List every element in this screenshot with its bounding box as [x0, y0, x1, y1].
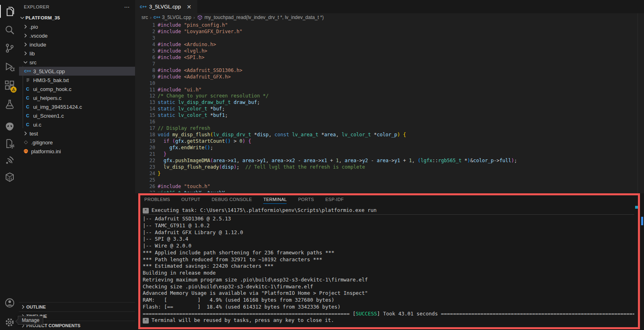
breadcrumb-item[interactable]: 3_5LVGL.cpp — [162, 15, 192, 20]
terminal-scroll-decoration — [635, 206, 638, 209]
line-number: 26 — [143, 183, 155, 190]
file-label: ui.c — [33, 122, 41, 128]
tree-file-ui.c[interactable]: Cui.c — [19, 120, 135, 129]
activitybar-run-and-debug-icon[interactable] — [0, 58, 19, 76]
c-file-icon: C — [24, 121, 31, 128]
activitybar-testing-icon[interactable] — [0, 95, 19, 113]
tab-3_5LVGL.cpp[interactable]: C++ 3_5LVGL.cpp ✕ — [135, 0, 197, 13]
code-line-15: 15static lv_color_t *buf1; — [135, 112, 644, 118]
tree-file-.gitignore[interactable]: .gitignore — [19, 138, 135, 147]
close-tab-icon[interactable]: ✕ — [185, 3, 193, 11]
c-file-icon: C — [24, 112, 31, 119]
line-number: 27 — [143, 190, 155, 192]
code-line-8: 8#include <Adafruit_SSD1306.h> — [135, 67, 644, 74]
tree-folder-.vscode[interactable]: .vscode — [19, 31, 135, 40]
panel-tab-terminal[interactable]: TERMINAL — [263, 197, 287, 204]
code-line-4: 4#include <Arduino.h> — [135, 41, 644, 48]
line-content: /* Change to your screen resolution */ — [158, 93, 269, 99]
panel-tab-debug-console[interactable]: DEBUG CONSOLE — [212, 197, 252, 204]
file-label: .gitignore — [31, 140, 53, 146]
tree-file-ui_img_394551424.c[interactable]: Cui_img_394551424.c — [19, 102, 135, 111]
line-content: } — [158, 170, 160, 177]
tree-file-ui_Screen1.c[interactable]: Cui_Screen1.c — [19, 111, 135, 120]
terminal-output[interactable]: *Executing task: C:\Users\14175\.platfor… — [143, 207, 634, 328]
tree-indent-guide — [23, 66, 23, 128]
code-line-14: 14static lv_color_t *buf; — [135, 106, 644, 112]
tooltip-text: Manage — [22, 317, 39, 323]
panel-tab-bar: PROBLEMSOUTPUTDEBUG CONSOLETERMINALPORTS… — [144, 197, 344, 204]
line-number: 5 — [143, 48, 155, 54]
root-folder-label: PLATFORM_35 — [25, 15, 60, 20]
file-label: test — [30, 131, 38, 137]
code-line-6: 6#include <SPI.h> — [135, 54, 644, 61]
more-actions-icon[interactable]: ⋯ — [124, 4, 130, 10]
panel-tab-ports[interactable]: PORTS — [298, 197, 314, 204]
line-number: 20 — [143, 144, 155, 151]
activity-bar: ⚠ — [0, 0, 19, 330]
tree-file-ui_helpers.c[interactable]: Cui_helpers.c — [19, 93, 135, 102]
cpp-file-icon: C++ — [24, 68, 31, 74]
tree-folder-include[interactable]: include — [19, 40, 135, 49]
terminal-line-4: |-- Adafruit GFX Library @ 1.12.0 — [143, 229, 634, 236]
tree-file-3_5LVGL.cpp[interactable]: C++3_5LVGL.cpp — [19, 67, 135, 76]
line-number: 13 — [143, 99, 155, 106]
code-line-11: 11#include "ui.h" — [135, 87, 644, 93]
activitybar-search-icon[interactable] — [0, 21, 19, 39]
tree-file-HMI3-5_bak.txt[interactable]: HMI3-5_bak.txt — [19, 76, 135, 85]
tree-file-ui_comp_hook.c[interactable]: Cui_comp_hook.c — [19, 85, 135, 93]
vscode-window: ⚠ EXPLORER ⋯ PLATFORM_35.pio.vscodeinclu… — [0, 0, 644, 330]
tree-folder-.pio[interactable]: .pio — [19, 22, 135, 31]
breadcrumb-item[interactable]: src — [141, 15, 148, 20]
line-content: uint16_t touchX, touchY; — [158, 190, 228, 192]
section-label: OUTLINE — [26, 305, 46, 309]
file-label: include — [30, 42, 46, 48]
line-number: 24 — [143, 170, 155, 177]
chevron-right-icon — [22, 23, 29, 30]
panel-scrollbar-thumb[interactable] — [641, 217, 643, 225]
breadcrumb[interactable]: src›C++3_5LVGL.cpp›my_touchpad_read(lv_i… — [135, 13, 644, 21]
file-label: HMI3-5_bak.txt — [33, 77, 69, 83]
chevron-right-icon — [20, 304, 26, 310]
activitybar-platformio-icon[interactable] — [0, 118, 19, 135]
code-line-21: 21 } — [135, 151, 644, 157]
tree-folder-src[interactable]: src — [19, 58, 135, 67]
task-marker-badge: * — [143, 318, 149, 324]
activitybar-dev-container-icon[interactable] — [0, 168, 19, 186]
tree-folder-test[interactable]: test — [19, 129, 135, 138]
line-number: 25 — [143, 177, 155, 183]
code-line-22: 22 gfx.pushImageDMA(area->x1, area->y1, … — [135, 157, 644, 164]
terminal-line-17: *Terminal will be reused by tasks, press… — [143, 317, 634, 324]
breadcrumb-item[interactable]: my_touchpad_read(lv_indev_drv_t *, lv_in… — [205, 15, 324, 20]
panel-tab-esp-idf[interactable]: ESP-IDF — [325, 197, 344, 204]
line-number: 16 — [143, 118, 155, 125]
cpp-file-icon: C++ — [140, 5, 147, 9]
code-line-24: 24} — [135, 170, 644, 177]
code-line-13: 13static lv_disp_draw_buf_t draw_buf; — [135, 99, 644, 106]
line-number: 22 — [143, 157, 155, 164]
terminal-line-6: |-- Wire @ 2.0.0 — [143, 243, 634, 250]
code-line-23: 23 lv_disp_flush_ready(disp); // Tell lv… — [135, 164, 644, 170]
file-label: .pio — [30, 24, 38, 30]
line-content: #include <Adafruit_GFX.h> — [158, 74, 231, 80]
code-line-19: 19 if (gfx.getStartCount() > 0) { — [135, 138, 644, 144]
activitybar-project-tasks-icon[interactable] — [0, 135, 19, 152]
panel-tab-output[interactable]: OUTPUT — [182, 197, 201, 204]
code-line-12: 12/* Change to your screen resolution */ — [135, 93, 644, 99]
line-content: lv_disp_flush_ready(disp); // Tell lvgl … — [158, 164, 365, 170]
tree-folder-lib[interactable]: lib — [19, 49, 135, 58]
tree-root-platform_35[interactable]: PLATFORM_35 — [19, 13, 135, 22]
activitybar-source-control-icon[interactable] — [0, 39, 19, 57]
activitybar-accounts-icon[interactable] — [0, 294, 19, 312]
panel-tab-problems[interactable]: PROBLEMS — [144, 197, 170, 204]
code-line-1: 1#include "pins_config.h" — [135, 22, 644, 28]
task-marker-badge: * — [143, 208, 149, 214]
activitybar-explorer-icon[interactable] — [0, 2, 19, 20]
line-number: 10 — [143, 80, 155, 87]
tree-file-platformio.ini[interactable]: platformio.ini — [19, 147, 135, 156]
chevron-down-icon — [22, 59, 29, 66]
activitybar-esp-idf-icon[interactable] — [0, 151, 19, 169]
code-editor[interactable]: 1#include "pins_config.h"2#include "Lovy… — [135, 21, 644, 192]
activitybar-extensions-icon[interactable]: ⚠ — [0, 76, 19, 94]
section-outline[interactable]: OUTLINE — [19, 302, 135, 311]
line-number: 6 — [143, 54, 155, 61]
